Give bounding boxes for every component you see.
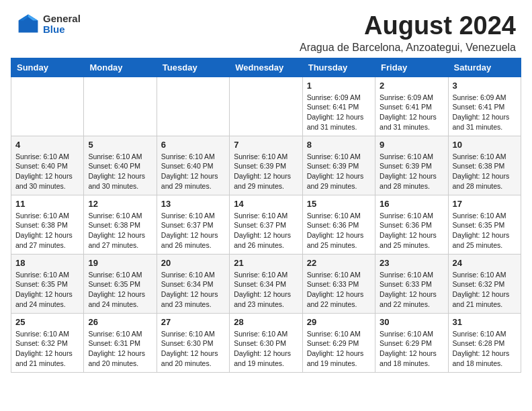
cell-info: Sunrise: 6:10 AM Sunset: 6:33 PM Dayligh… [307,270,371,310]
cell-info: Sunrise: 6:10 AM Sunset: 6:37 PM Dayligh… [161,211,225,250]
month-year-title: August 2024 [300,12,516,40]
cell-info: Sunrise: 6:10 AM Sunset: 6:32 PM Dayligh… [15,329,79,369]
day-number: 28 [234,317,298,327]
weekday-header-sunday: Sunday [11,58,84,77]
cell-info: Sunrise: 6:10 AM Sunset: 6:28 PM Dayligh… [453,329,517,369]
calendar-cell: 16Sunrise: 6:10 AM Sunset: 6:36 PM Dayli… [375,195,448,254]
calendar-cell: 9Sunrise: 6:10 AM Sunset: 6:39 PM Daylig… [375,136,448,195]
cell-info: Sunrise: 6:09 AM Sunset: 6:41 PM Dayligh… [453,93,517,132]
day-number: 14 [234,199,298,209]
location-subtitle: Aragua de Barcelona, Anzoategui, Venezue… [300,42,516,54]
day-number: 8 [307,140,371,150]
cell-info: Sunrise: 6:10 AM Sunset: 6:38 PM Dayligh… [88,211,152,250]
calendar-cell: 15Sunrise: 6:10 AM Sunset: 6:36 PM Dayli… [302,195,375,254]
calendar-table: SundayMondayTuesdayWednesdayThursdayFrid… [11,58,521,373]
logo-icon [16,12,40,36]
day-number: 22 [307,258,371,268]
cell-info: Sunrise: 6:10 AM Sunset: 6:37 PM Dayligh… [234,211,298,250]
svg-marker-0 [19,15,38,33]
cell-info: Sunrise: 6:10 AM Sunset: 6:35 PM Dayligh… [15,270,79,310]
day-number: 19 [88,258,152,268]
day-number: 18 [15,258,79,268]
calendar-cell: 3Sunrise: 6:09 AM Sunset: 6:41 PM Daylig… [448,77,521,136]
day-number: 13 [161,199,225,209]
logo: General Blue [16,12,81,36]
calendar-cell: 1Sunrise: 6:09 AM Sunset: 6:41 PM Daylig… [302,77,375,136]
calendar-week-4: 18Sunrise: 6:10 AM Sunset: 6:35 PM Dayli… [11,254,521,313]
calendar-container: SundayMondayTuesdayWednesdayThursdayFrid… [0,58,532,383]
calendar-cell: 4Sunrise: 6:10 AM Sunset: 6:40 PM Daylig… [11,136,84,195]
day-number: 25 [15,317,79,327]
calendar-cell: 24Sunrise: 6:10 AM Sunset: 6:32 PM Dayli… [448,254,521,313]
calendar-cell: 23Sunrise: 6:10 AM Sunset: 6:33 PM Dayli… [375,254,448,313]
cell-info: Sunrise: 6:10 AM Sunset: 6:32 PM Dayligh… [453,270,517,310]
cell-info: Sunrise: 6:10 AM Sunset: 6:34 PM Dayligh… [161,270,225,310]
logo-text: General Blue [43,13,81,36]
calendar-cell: 12Sunrise: 6:10 AM Sunset: 6:38 PM Dayli… [84,195,157,254]
day-number: 6 [161,140,225,150]
calendar-cell: 7Sunrise: 6:10 AM Sunset: 6:39 PM Daylig… [230,136,302,195]
weekday-header-thursday: Thursday [302,58,375,77]
calendar-week-5: 25Sunrise: 6:10 AM Sunset: 6:32 PM Dayli… [11,313,521,372]
day-number: 7 [234,140,298,150]
calendar-cell: 31Sunrise: 6:10 AM Sunset: 6:28 PM Dayli… [448,313,521,372]
calendar-cell: 20Sunrise: 6:10 AM Sunset: 6:34 PM Dayli… [157,254,229,313]
cell-info: Sunrise: 6:10 AM Sunset: 6:39 PM Dayligh… [380,152,443,191]
page-header: General Blue August 2024 Aragua de Barce… [0,0,532,58]
calendar-week-3: 11Sunrise: 6:10 AM Sunset: 6:38 PM Dayli… [11,195,521,254]
calendar-cell [157,77,229,136]
calendar-cell: 13Sunrise: 6:10 AM Sunset: 6:37 PM Dayli… [157,195,229,254]
day-number: 15 [307,199,371,209]
calendar-week-1: 1Sunrise: 6:09 AM Sunset: 6:41 PM Daylig… [11,77,521,136]
cell-info: Sunrise: 6:10 AM Sunset: 6:29 PM Dayligh… [380,329,443,369]
calendar-cell: 8Sunrise: 6:10 AM Sunset: 6:39 PM Daylig… [302,136,375,195]
cell-info: Sunrise: 6:10 AM Sunset: 6:40 PM Dayligh… [15,152,79,191]
day-number: 23 [380,258,443,268]
calendar-cell: 27Sunrise: 6:10 AM Sunset: 6:30 PM Dayli… [157,313,229,372]
cell-info: Sunrise: 6:09 AM Sunset: 6:41 PM Dayligh… [380,93,443,132]
cell-info: Sunrise: 6:10 AM Sunset: 6:35 PM Dayligh… [453,211,517,250]
logo-general-text: General [43,13,81,25]
cell-info: Sunrise: 6:09 AM Sunset: 6:41 PM Dayligh… [307,93,371,132]
calendar-cell: 21Sunrise: 6:10 AM Sunset: 6:34 PM Dayli… [230,254,302,313]
day-number: 29 [307,317,371,327]
calendar-cell: 25Sunrise: 6:10 AM Sunset: 6:32 PM Dayli… [11,313,84,372]
cell-info: Sunrise: 6:10 AM Sunset: 6:39 PM Dayligh… [234,152,298,191]
logo-blue-text: Blue [43,24,81,36]
weekday-header-row: SundayMondayTuesdayWednesdayThursdayFrid… [11,58,521,77]
cell-info: Sunrise: 6:10 AM Sunset: 6:31 PM Dayligh… [88,329,152,369]
day-number: 17 [453,199,517,209]
cell-info: Sunrise: 6:10 AM Sunset: 6:40 PM Dayligh… [161,152,225,191]
calendar-cell: 2Sunrise: 6:09 AM Sunset: 6:41 PM Daylig… [375,77,448,136]
cell-info: Sunrise: 6:10 AM Sunset: 6:29 PM Dayligh… [307,329,371,369]
day-number: 16 [380,199,443,209]
calendar-cell [84,77,157,136]
day-number: 31 [453,317,517,327]
cell-info: Sunrise: 6:10 AM Sunset: 6:40 PM Dayligh… [88,152,152,191]
weekday-header-monday: Monday [84,58,157,77]
calendar-cell: 29Sunrise: 6:10 AM Sunset: 6:29 PM Dayli… [302,313,375,372]
calendar-cell: 30Sunrise: 6:10 AM Sunset: 6:29 PM Dayli… [375,313,448,372]
calendar-cell: 22Sunrise: 6:10 AM Sunset: 6:33 PM Dayli… [302,254,375,313]
calendar-header: SundayMondayTuesdayWednesdayThursdayFrid… [11,58,521,77]
cell-info: Sunrise: 6:10 AM Sunset: 6:35 PM Dayligh… [88,270,152,310]
calendar-body: 1Sunrise: 6:09 AM Sunset: 6:41 PM Daylig… [11,77,521,372]
cell-info: Sunrise: 6:10 AM Sunset: 6:30 PM Dayligh… [234,329,298,369]
calendar-cell: 26Sunrise: 6:10 AM Sunset: 6:31 PM Dayli… [84,313,157,372]
cell-info: Sunrise: 6:10 AM Sunset: 6:36 PM Dayligh… [380,211,443,250]
cell-info: Sunrise: 6:10 AM Sunset: 6:33 PM Dayligh… [380,270,443,310]
day-number: 12 [88,199,152,209]
day-number: 20 [161,258,225,268]
day-number: 11 [15,199,79,209]
calendar-cell: 14Sunrise: 6:10 AM Sunset: 6:37 PM Dayli… [230,195,302,254]
cell-info: Sunrise: 6:10 AM Sunset: 6:38 PM Dayligh… [15,211,79,250]
calendar-cell: 5Sunrise: 6:10 AM Sunset: 6:40 PM Daylig… [84,136,157,195]
day-number: 4 [15,140,79,150]
day-number: 9 [380,140,443,150]
calendar-cell [11,77,84,136]
weekday-header-tuesday: Tuesday [157,58,229,77]
cell-info: Sunrise: 6:10 AM Sunset: 6:38 PM Dayligh… [453,152,517,191]
calendar-cell: 18Sunrise: 6:10 AM Sunset: 6:35 PM Dayli… [11,254,84,313]
calendar-cell: 17Sunrise: 6:10 AM Sunset: 6:35 PM Dayli… [448,195,521,254]
day-number: 10 [453,140,517,150]
